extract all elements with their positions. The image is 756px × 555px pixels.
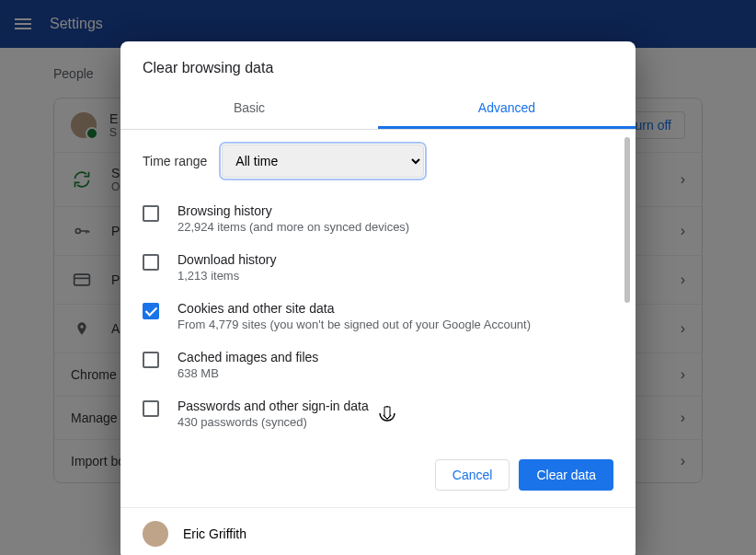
option-row: Download history1,213 items — [143, 243, 613, 292]
dialog-body: Time range All time Browsing history22,9… — [120, 130, 636, 443]
dialog-profile-row: Eric Griffith — [120, 507, 636, 555]
clear-data-button[interactable]: Clear data — [519, 459, 613, 491]
checkbox[interactable] — [143, 303, 159, 319]
checkbox[interactable] — [143, 352, 159, 368]
option-row: Browsing history22,924 items (and more o… — [143, 194, 613, 243]
avatar — [143, 521, 168, 547]
option-title: Passwords and other sign-in data — [178, 399, 369, 413]
clear-browsing-data-dialog: Clear browsing data Basic Advanced Time … — [120, 41, 636, 555]
cancel-button[interactable]: Cancel — [435, 459, 510, 491]
profile-name: Eric Griffith — [183, 526, 246, 541]
checkbox[interactable] — [143, 254, 159, 271]
dialog-title: Clear browsing data — [120, 41, 636, 89]
option-row: Cookies and other site dataFrom 4,779 si… — [143, 292, 613, 341]
option-row: Passwords and other sign-in data430 pass… — [143, 389, 613, 438]
scrollbar[interactable] — [624, 137, 630, 303]
checkbox[interactable] — [143, 400, 159, 417]
option-title: Browsing history — [178, 203, 409, 218]
option-subtitle: 430 passwords (synced) — [178, 415, 369, 429]
time-range-select[interactable]: All time — [222, 145, 424, 178]
option-title: Cookies and other site data — [178, 301, 531, 316]
dialog-tabs: Basic Advanced — [120, 89, 636, 130]
option-row: Autofill form data — [143, 438, 613, 443]
option-subtitle: 638 MB — [178, 366, 318, 380]
option-title: Cached images and files — [178, 350, 318, 364]
option-subtitle: 1,213 items — [178, 269, 276, 283]
option-subtitle: 22,924 items (and more on synced devices… — [178, 220, 409, 234]
option-title: Download history — [178, 252, 276, 267]
checkbox[interactable] — [143, 205, 159, 222]
tab-basic[interactable]: Basic — [120, 89, 378, 129]
tab-advanced[interactable]: Advanced — [378, 89, 636, 129]
time-range-label: Time range — [143, 154, 207, 168]
option-row: Cached images and files638 MB — [143, 341, 613, 389]
option-subtitle: From 4,779 sites (you won't be signed ou… — [178, 318, 531, 331]
